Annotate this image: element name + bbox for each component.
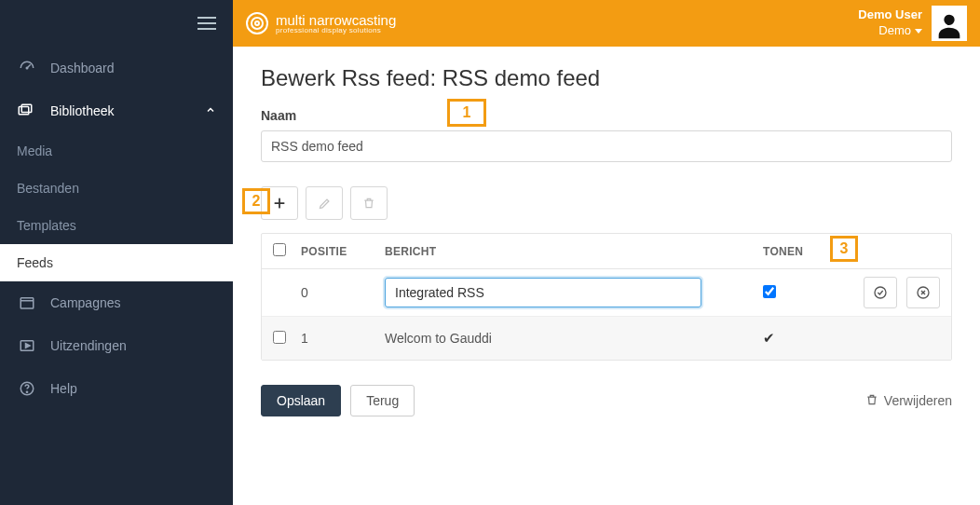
caret-down-icon <box>915 29 922 34</box>
col-tonen: TONEN <box>763 245 828 258</box>
gauge-icon <box>17 60 37 76</box>
content: Bewerk Rss feed: RSS demo feed Naam 1 2 <box>233 47 980 505</box>
sidebar-top <box>0 0 233 47</box>
brand-text: multi narrowcasting professional display… <box>276 13 396 34</box>
sidebar-item-label: Uitzendingen <box>50 338 127 353</box>
user-menu[interactable]: Demo User Demo <box>858 6 967 41</box>
cell-positie: 0 <box>301 285 385 300</box>
svg-rect-0 <box>19 107 29 115</box>
menu-toggle-icon[interactable] <box>197 17 216 30</box>
row-select-checkbox[interactable] <box>273 331 286 344</box>
sidebar-subitem-media[interactable]: Media <box>0 132 233 170</box>
sidebar-item-campagnes[interactable]: Campagnes <box>0 281 233 324</box>
broadcast-icon <box>17 337 37 354</box>
sidebar-subitem-templates[interactable]: Templates <box>0 207 233 244</box>
footer-actions: Opslaan Terug Verwijderen <box>261 385 952 416</box>
svg-rect-2 <box>20 298 34 308</box>
save-button[interactable]: Opslaan <box>261 385 341 416</box>
sidebar-submenu-bibliotheek: Media Bestanden Templates Feeds <box>0 132 233 281</box>
sidebar: Dashboard Bibliotheek Media Bestanden Te… <box>0 0 233 505</box>
svg-point-7 <box>26 391 27 392</box>
calendar-icon <box>17 294 37 311</box>
cell-positie: 1 <box>301 331 385 346</box>
sidebar-item-bibliotheek[interactable]: Bibliotheek <box>0 89 233 132</box>
help-icon <box>17 380 37 397</box>
cancel-edit-button[interactable] <box>906 277 940 308</box>
name-label: Naam <box>261 108 952 123</box>
brand-word-1: multi <box>276 12 306 28</box>
svg-marker-5 <box>26 344 31 348</box>
sidebar-subitem-bestanden[interactable]: Bestanden <box>0 170 233 207</box>
message-edit-input[interactable] <box>385 278 701 307</box>
col-positie: POSITIE <box>301 245 385 258</box>
user-name: Demo User <box>858 7 922 23</box>
tenant-name: Demo <box>858 23 922 39</box>
library-icon <box>17 102 37 119</box>
delete-feed-button[interactable]: Verwijderen <box>865 393 952 409</box>
edit-row-button[interactable] <box>306 186 343 220</box>
sidebar-item-label: Dashboard <box>50 61 115 75</box>
sidebar-item-label: Help <box>50 381 77 396</box>
page-title: Bewerk Rss feed: RSS demo feed <box>261 65 952 91</box>
tonen-checkbox[interactable] <box>763 285 776 298</box>
sidebar-subitem-feeds[interactable]: Feeds <box>0 244 233 281</box>
col-bericht: BERICHT <box>385 245 763 258</box>
table-header: POSITIE BERICHT TONEN <box>262 234 951 269</box>
delete-feed-label: Verwijderen <box>884 393 952 408</box>
table-row: 0 <box>262 269 951 317</box>
sidebar-item-help[interactable]: Help <box>0 367 233 410</box>
sidebar-item-uitzendingen[interactable]: Uitzendingen <box>0 324 233 367</box>
brand-logo-icon <box>246 12 268 34</box>
brand-tagline: professional display solutions <box>276 27 396 34</box>
svg-point-8 <box>875 287 886 298</box>
confirm-edit-button[interactable] <box>864 277 897 308</box>
cell-bericht: Welcom to Gauddi <box>385 331 763 346</box>
name-input[interactable] <box>261 130 952 162</box>
sidebar-item-label: Bibliotheek <box>50 103 115 118</box>
delete-row-button[interactable] <box>350 186 388 220</box>
add-row-button[interactable] <box>261 186 298 220</box>
back-button[interactable]: Terug <box>350 385 415 416</box>
check-icon: ✔ <box>763 330 775 346</box>
nav: Dashboard Bibliotheek Media Bestanden Te… <box>0 47 233 505</box>
sidebar-item-label: Campagnes <box>50 295 121 310</box>
table-row[interactable]: 1 Welcom to Gauddi ✔ <box>262 317 951 360</box>
select-all-checkbox[interactable] <box>273 243 286 256</box>
svg-rect-1 <box>21 104 32 112</box>
chevron-up-icon <box>205 103 216 118</box>
avatar <box>932 6 967 41</box>
row-toolbar <box>261 186 952 220</box>
messages-table: 3 POSITIE BERICHT TONEN 0 <box>261 233 952 361</box>
brand: multi narrowcasting professional display… <box>246 12 396 34</box>
brand-word-2: narrowcasting <box>309 12 396 28</box>
trash-icon <box>865 393 878 409</box>
topbar: multi narrowcasting professional display… <box>233 0 980 47</box>
sidebar-item-dashboard[interactable]: Dashboard <box>0 47 233 89</box>
